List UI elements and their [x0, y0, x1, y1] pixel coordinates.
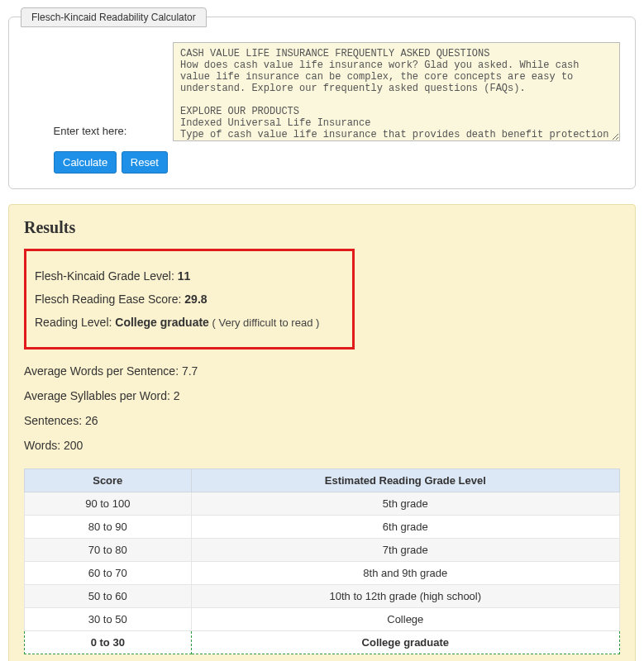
- results-panel: Results Flesh-Kincaid Grade Level: 11 Fl…: [8, 204, 636, 661]
- calculator-panel: Flesch-Kincaid Readability Calculator En…: [8, 17, 636, 189]
- calculate-button[interactable]: Calculate: [54, 151, 117, 174]
- table-row: 50 to 6010th to 12th grade (high school): [25, 585, 620, 608]
- avg-words-line: Average Words per Sentence: 7.7: [24, 364, 620, 378]
- sentences-label: Sentences:: [24, 414, 85, 427]
- reading-level-label: Reading Level:: [35, 316, 115, 329]
- score-cell: 90 to 100: [25, 492, 192, 516]
- ease-score-value: 29.8: [184, 292, 207, 306]
- score-header: Score: [25, 469, 192, 492]
- score-cell: 80 to 90: [25, 516, 192, 539]
- avg-words-value: 7.7: [182, 364, 198, 378]
- score-cell: 60 to 70: [25, 562, 192, 585]
- input-row: Enter text here: CASH VALUE LIFE INSURAN…: [24, 42, 620, 141]
- text-input[interactable]: CASH VALUE LIFE INSURANCE FREQUENTLY ASK…: [173, 42, 620, 141]
- sentences-line: Sentences: 26: [24, 414, 620, 427]
- score-cell: 30 to 50: [25, 608, 192, 631]
- results-highlight-box: Flesh-Kincaid Grade Level: 11 Flesch Rea…: [24, 249, 355, 350]
- grade-cell: 8th and 9th grade: [191, 562, 619, 585]
- table-row: 60 to 708th and 9th grade: [25, 562, 620, 585]
- score-cell: 70 to 80: [25, 539, 192, 562]
- results-title: Results: [24, 218, 620, 237]
- panel-tab: Flesch-Kincaid Readability Calculator: [21, 7, 207, 27]
- score-cell: 50 to 60: [25, 585, 192, 608]
- avg-syll-value: 2: [174, 389, 180, 402]
- table-row: 80 to 906th grade: [25, 516, 620, 539]
- grade-header: Estimated Reading Grade Level: [191, 469, 619, 492]
- grade-cell: 7th grade: [191, 539, 619, 562]
- avg-syll-line: Average Syllables per Word: 2: [24, 389, 620, 402]
- table-body: 90 to 1005th grade80 to 906th grade70 to…: [25, 492, 620, 654]
- grade-level-value: 11: [178, 269, 191, 283]
- grade-cell: 10th to 12th grade (high school): [191, 585, 619, 608]
- grade-cell: 6th grade: [191, 516, 619, 539]
- avg-words-label: Average Words per Sentence:: [24, 364, 182, 378]
- words-label: Words:: [24, 439, 64, 452]
- avg-syll-label: Average Syllables per Word:: [24, 389, 174, 402]
- words-line: Words: 200: [24, 439, 620, 452]
- ease-score-line: Flesch Reading Ease Score: 29.8: [35, 292, 344, 306]
- score-cell: 0 to 30: [25, 631, 192, 654]
- grade-level-label: Flesh-Kincaid Grade Level:: [35, 269, 178, 283]
- grade-cell: College graduate: [191, 631, 619, 654]
- table-row: 30 to 50College: [25, 608, 620, 631]
- table-row: 90 to 1005th grade: [25, 492, 620, 516]
- reset-button[interactable]: Reset: [122, 151, 168, 174]
- grade-level-line: Flesh-Kincaid Grade Level: 11: [35, 269, 344, 283]
- reading-level-line: Reading Level: College graduate ( Very d…: [35, 316, 344, 329]
- table-header-row: Score Estimated Reading Grade Level: [25, 469, 620, 492]
- table-row: 70 to 807th grade: [25, 539, 620, 562]
- input-label: Enter text here:: [24, 42, 156, 137]
- ease-score-label: Flesch Reading Ease Score:: [35, 292, 184, 306]
- grade-cell: College: [191, 608, 619, 631]
- grade-cell: 5th grade: [191, 492, 619, 516]
- grade-level-table: Score Estimated Reading Grade Level 90 t…: [24, 468, 620, 654]
- reading-level-value: College graduate: [115, 316, 209, 329]
- reading-level-note: ( Very difficult to read ): [209, 316, 319, 329]
- button-row: Calculate Reset: [54, 151, 620, 174]
- sentences-value: 26: [85, 414, 98, 427]
- table-row: 0 to 30College graduate: [25, 631, 620, 654]
- words-value: 200: [64, 439, 83, 452]
